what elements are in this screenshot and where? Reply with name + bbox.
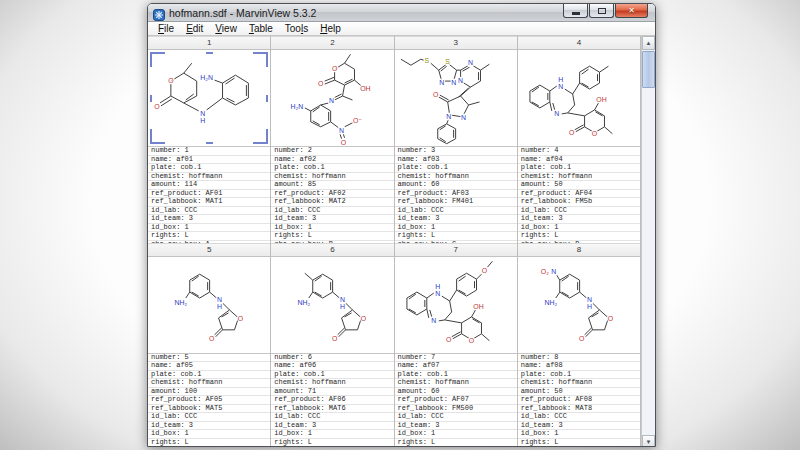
molecule-canvas[interactable]: SSNNNNONN	[395, 50, 517, 146]
atom-label: N	[200, 110, 205, 117]
molecule-structure: OONHH₂N	[148, 50, 270, 146]
field-row-ref_labbook: ref_labbook: MAT1	[148, 198, 270, 207]
record-cell-4[interactable]: 4 HNNOHOO number: 4name: af04plate: cob.…	[518, 36, 641, 243]
minimize-button[interactable]	[563, 4, 588, 18]
field-row-plate: plate: cob.1	[518, 164, 640, 173]
record-cell-2[interactable]: 2 OOHONH₂NNO⁻O number: 2name: af02plate:…	[271, 36, 394, 243]
molecule-canvas[interactable]: NH₂NHOO	[271, 257, 393, 353]
atom-label: O	[341, 139, 347, 146]
atom-label: O	[332, 334, 338, 341]
atom-label: O	[468, 336, 474, 343]
field-row-number: number: 6	[271, 354, 393, 363]
record-cell-1[interactable]: 1 OONHH₂N number: 1name: af01plate: cob.…	[148, 36, 271, 243]
field-row-id_lab: id_lab: CCC	[518, 207, 640, 216]
record-cell-3[interactable]: 3 SSNNNNONN number: 3name: af03plate: co…	[395, 36, 518, 243]
field-row-id_lab: id_lab: CCC	[518, 413, 640, 422]
field-row-plate: plate: cob.1	[148, 164, 270, 173]
atom-label: N	[461, 114, 466, 121]
atom-label: N	[558, 83, 563, 90]
field-row-number: number: 2	[271, 147, 393, 156]
field-row-amount: amount: 50	[518, 181, 640, 190]
field-row-id_lab: id_lab: CCC	[148, 207, 270, 216]
record-cell-6[interactable]: 6 NH₂NHOO number: 6name: af06plate: cob.…	[271, 243, 394, 448]
atom-label: NH₂	[174, 299, 187, 306]
field-row-rights: rights: L	[148, 439, 270, 447]
atom-label: N	[451, 79, 456, 86]
record-cell-8[interactable]: 8 O₂NNH₂NHOO number: 8name: af08plate: c…	[518, 243, 641, 448]
field-row-rights: rights: L	[518, 232, 640, 241]
record-cell-7[interactable]: 7 HNNOOHOO number: 7name: af07plate: cob…	[395, 243, 518, 448]
atom-label: S	[424, 57, 429, 64]
record-fields: number: 2name: af02plate: cob.1chemist: …	[271, 146, 393, 243]
menu-item-table[interactable]: Table	[243, 23, 279, 34]
field-row-id_team: id_team: 3	[518, 215, 640, 224]
field-row-chemist: chemist: hoffmann	[148, 379, 270, 388]
molecule-canvas[interactable]: NH₂NHOO	[148, 257, 270, 353]
atom-label: O	[168, 77, 174, 84]
field-row-plate: plate: cob.1	[395, 164, 517, 173]
field-row-number: number: 8	[518, 354, 640, 363]
field-row-ref_labbook: ref_labbook: MAT8	[518, 405, 640, 414]
menu-item-help[interactable]: Help	[314, 23, 347, 34]
field-row-amount: amount: 85	[271, 181, 393, 190]
field-row-name: name: af02	[271, 156, 393, 165]
scroll-up-button[interactable]: ▲	[642, 36, 655, 50]
field-row-ref_product: ref_product: AF03	[395, 190, 517, 199]
scrollbar-thumb[interactable]	[642, 51, 655, 88]
menu-item-view[interactable]: View	[209, 23, 243, 34]
field-row-amount: amount: 50	[518, 388, 640, 397]
field-row-id_box: id_box: 1	[395, 430, 517, 439]
atom-label: N	[431, 316, 436, 323]
scroll-down-button[interactable]: ▼	[642, 435, 655, 447]
molecule-canvas[interactable]: HNNOOHOO	[395, 257, 517, 353]
field-row-ref_labbook: ref_labbook: FM5b	[518, 198, 640, 207]
record-fields: number: 6name: af06plate: cob.1chemist: …	[271, 353, 393, 448]
record-number-header: 3	[395, 36, 517, 50]
atom-label: N	[446, 113, 451, 120]
record-number-header: 7	[395, 243, 517, 257]
app-icon	[153, 7, 165, 19]
close-button[interactable]: ✕	[615, 4, 648, 18]
window-controls: ✕	[562, 4, 648, 18]
atom-label: H	[217, 302, 222, 309]
atom-label: N	[329, 97, 334, 104]
molecule-canvas[interactable]: OONHH₂N	[148, 50, 270, 146]
field-row-chemist: chemist: hoffmann	[395, 379, 517, 388]
field-row-number: number: 5	[148, 354, 270, 363]
field-row-id_box: id_box: 1	[518, 224, 640, 233]
field-row-name: name: af04	[518, 156, 640, 165]
field-row-name: name: af08	[518, 362, 640, 371]
atom-label: H	[340, 302, 345, 309]
menubar: FileEditViewTableToolsHelp	[148, 22, 655, 36]
field-row-amount: amount: 114	[148, 181, 270, 190]
field-row-id_lab: id_lab: CCC	[148, 413, 270, 422]
field-row-id_team: id_team: 3	[518, 422, 640, 431]
maximize-icon	[598, 8, 606, 14]
molecule-canvas[interactable]: HNNOHOO	[518, 50, 640, 146]
maximize-button[interactable]	[589, 4, 614, 18]
record-cell-5[interactable]: 5 NH₂NHOO number: 5name: af05plate: cob.…	[148, 243, 271, 448]
atom-label: OH	[473, 302, 483, 309]
molecule-canvas[interactable]: OOHONH₂NNO⁻O	[271, 50, 393, 146]
atom-label: N	[587, 296, 592, 303]
atom-label: H	[200, 117, 205, 124]
menu-item-edit[interactable]: Edit	[180, 23, 209, 34]
atom-label: N	[551, 268, 556, 275]
menu-item-tools[interactable]: Tools	[279, 23, 314, 34]
vertical-scrollbar[interactable]: ▲ ▼	[641, 36, 655, 447]
molecule-structure: SSNNNNONN	[395, 50, 517, 146]
atom-label: N	[439, 79, 444, 86]
field-row-name: name: af01	[148, 156, 270, 165]
atom-label: N	[458, 77, 463, 84]
field-row-id_box: id_box: 1	[395, 224, 517, 233]
molecule-canvas[interactable]: O₂NNH₂NHOO	[518, 257, 640, 353]
field-row-amount: amount: 60	[395, 388, 517, 397]
field-row-id_team: id_team: 3	[148, 422, 270, 431]
field-row-rights: rights: L	[271, 439, 393, 447]
field-row-number: number: 3	[395, 147, 517, 156]
titlebar[interactable]: hofmann.sdf - MarvinView 5.3.2 ✕	[148, 4, 655, 22]
atom-label: H	[558, 76, 563, 83]
field-row-id_team: id_team: 3	[395, 422, 517, 431]
atom-label: N	[554, 110, 559, 117]
menu-item-file[interactable]: File	[152, 23, 180, 34]
